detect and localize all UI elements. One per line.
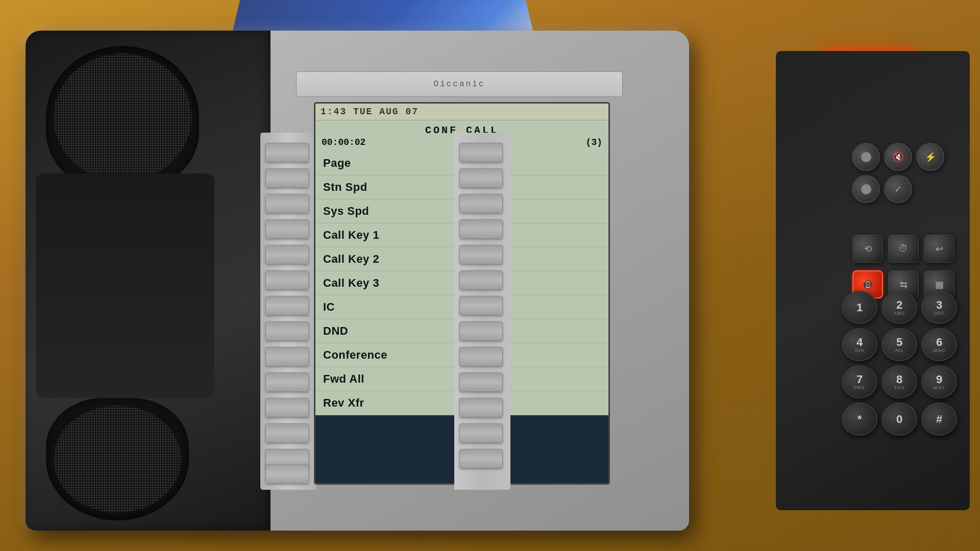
right-softkey-7[interactable] bbox=[459, 296, 503, 315]
right-softkey-13[interactable] bbox=[459, 449, 503, 468]
num-5-main: 5 bbox=[896, 337, 902, 348]
right-softkey-3[interactable] bbox=[459, 194, 503, 213]
softkey-6[interactable] bbox=[265, 270, 309, 290]
right-softkey-1[interactable] bbox=[459, 143, 503, 162]
softkey-2[interactable] bbox=[265, 168, 309, 188]
num-btn-9[interactable]: 9 WXY bbox=[921, 365, 957, 398]
right-softkey-8[interactable] bbox=[459, 321, 503, 341]
num-3-sub: DEF bbox=[934, 311, 945, 316]
num-btn-5[interactable]: 5 JKL bbox=[881, 328, 917, 361]
num-6-sub: MNO bbox=[933, 348, 945, 353]
handset-grill-bottom bbox=[46, 398, 189, 520]
right-softkey-9[interactable] bbox=[459, 347, 503, 366]
num-btn-4[interactable]: 4 GHI bbox=[842, 328, 877, 361]
nav-up-btn[interactable] bbox=[852, 143, 880, 171]
softkey-11[interactable] bbox=[265, 398, 309, 417]
num-btn-6[interactable]: 6 MNO bbox=[921, 328, 957, 361]
num-1-main: 1 bbox=[856, 302, 863, 313]
phone-body: Oiccanic 1:43 TUE AUG 07 CONF CALL 00:00… bbox=[26, 31, 689, 531]
softkey-14[interactable] bbox=[265, 464, 309, 484]
num-3-main: 3 bbox=[936, 299, 942, 311]
num-9-main: 9 bbox=[936, 374, 942, 385]
softkey-1[interactable] bbox=[265, 143, 309, 162]
handset-grill-top bbox=[46, 46, 199, 189]
num-9-sub: WXY bbox=[933, 385, 945, 390]
phone-label-area: Oiccanic bbox=[296, 71, 623, 97]
right-softkey-4[interactable] bbox=[459, 219, 503, 239]
num-0-main: 0 bbox=[896, 414, 902, 425]
num-btn-2[interactable]: 2 ABC bbox=[881, 291, 917, 324]
clock-icon: ⏱ bbox=[899, 243, 908, 254]
check-icon: ✓ bbox=[894, 184, 902, 195]
right-softkey-6[interactable] bbox=[459, 270, 503, 290]
num-btn-7[interactable]: 7 PRS bbox=[842, 365, 877, 398]
right-softkey-panel bbox=[454, 133, 510, 490]
num-btn-star[interactable]: * bbox=[842, 403, 877, 436]
num-6-main: 6 bbox=[936, 337, 942, 348]
feature-btn-voicemail[interactable]: ↩ bbox=[924, 235, 954, 263]
nav-up-icon bbox=[861, 152, 871, 162]
num-4-main: 4 bbox=[856, 337, 863, 348]
right-softkey-5[interactable] bbox=[459, 245, 503, 264]
num-5-sub: JKL bbox=[895, 348, 904, 353]
right-softkey-2[interactable] bbox=[459, 168, 503, 188]
transfer-icon: ⟲ bbox=[864, 243, 872, 255]
screen-time: 1:43 TUE AUG 07 bbox=[321, 107, 419, 117]
softkey-10[interactable] bbox=[265, 372, 309, 392]
num-8-sub: TUV bbox=[894, 385, 905, 390]
right-softkey-12[interactable] bbox=[459, 423, 503, 443]
voicemail-icon: ↩ bbox=[936, 243, 943, 255]
nav-cluster: 🔇 ⚡ ✓ bbox=[852, 143, 944, 203]
handset bbox=[26, 31, 271, 531]
num-8-main: 8 bbox=[896, 374, 902, 385]
softkey-12[interactable] bbox=[265, 423, 309, 443]
feature-btn-hold[interactable]: ⏱ bbox=[888, 235, 919, 263]
feature-btns-row1: ⟲ ⏱ ↩ bbox=[852, 235, 954, 263]
num-4-sub: GHI bbox=[854, 348, 864, 353]
nav-down-icon bbox=[861, 184, 871, 194]
conference-icon: ⇆ bbox=[900, 279, 908, 290]
num-star-main: * bbox=[857, 414, 862, 425]
mute-icon: 🔇 bbox=[893, 152, 904, 163]
handset-body bbox=[36, 173, 214, 398]
num-2-sub: ABC bbox=[894, 311, 905, 316]
num-btn-8[interactable]: 8 TUV bbox=[881, 365, 917, 398]
softkey-5[interactable] bbox=[265, 245, 309, 264]
softkey-3[interactable] bbox=[265, 194, 309, 213]
phone-model-label: Oiccanic bbox=[434, 80, 485, 89]
nav-speaker-btn[interactable]: ⚡ bbox=[916, 143, 944, 171]
menu-icon: ▦ bbox=[935, 279, 944, 290]
numeric-keypad: 1 2 ABC 3 DEF 4 GHI 5 JKL 6 MNO 7 PRS 8 bbox=[842, 291, 957, 436]
softkey-9[interactable] bbox=[265, 347, 309, 366]
right-control-panel: 🔇 ⚡ ✓ ⟲ ⏱ ↩ 📵 ⇆ ▦ bbox=[776, 51, 970, 510]
nav-down-btn[interactable] bbox=[852, 175, 880, 203]
nav-mute-btn[interactable]: 🔇 bbox=[884, 143, 912, 171]
num-7-main: 7 bbox=[856, 374, 863, 385]
softkey-8[interactable] bbox=[265, 321, 309, 341]
nav-check-btn[interactable]: ✓ bbox=[884, 175, 912, 203]
num-btn-0[interactable]: 0 bbox=[881, 403, 917, 436]
softkey-4[interactable] bbox=[265, 219, 309, 239]
feature-btn-transfer[interactable]: ⟲ bbox=[852, 235, 883, 263]
end-call-icon: 📵 bbox=[862, 279, 873, 290]
num-7-sub: PRS bbox=[854, 385, 865, 390]
num-btn-1[interactable]: 1 bbox=[842, 291, 877, 324]
left-softkey-panel bbox=[260, 133, 316, 490]
num-btn-pound[interactable]: # bbox=[921, 403, 957, 436]
party-count: (3) bbox=[586, 137, 602, 147]
screen-header: 1:43 TUE AUG 07 bbox=[315, 104, 608, 120]
num-2-main: 2 bbox=[896, 299, 902, 311]
right-softkey-10[interactable] bbox=[459, 372, 503, 392]
right-softkey-11[interactable] bbox=[459, 398, 503, 417]
speaker-icon: ⚡ bbox=[925, 152, 936, 163]
num-pound-main: # bbox=[936, 414, 942, 425]
softkey-7[interactable] bbox=[265, 296, 309, 315]
call-timer: 00:00:02 bbox=[322, 137, 365, 147]
num-btn-3[interactable]: 3 DEF bbox=[921, 291, 957, 324]
